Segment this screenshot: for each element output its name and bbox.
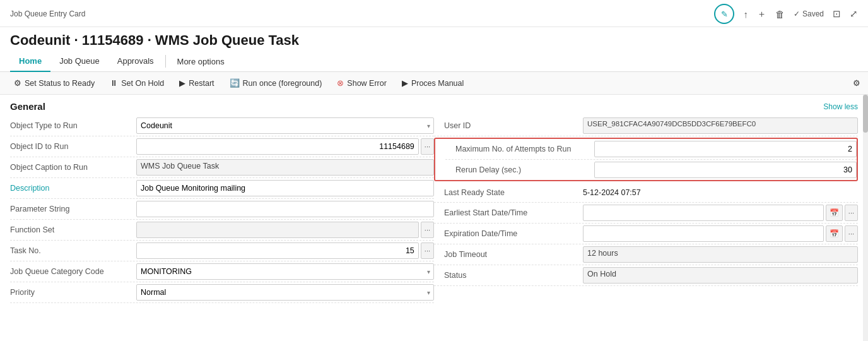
set-status-label: Set Status to Ready [25,79,95,88]
object-type-row: Object Type to Run Codeunit ▾ [10,116,434,136]
parameter-string-input[interactable] [136,201,434,217]
rerun-delay-input[interactable] [594,162,857,178]
red-border-group: Maximum No. of Attempts to Run Rerun Del… [434,138,858,181]
set-status-icon: ⚙ [14,78,21,88]
tab-bar: Home Job Queue Approvals More options [0,51,868,72]
window-title: Job Queue Entry Card [10,9,714,18]
object-caption-row: Object Caption to Run WMS Job Queue Task [10,157,434,178]
show-error-button[interactable]: ⊗ Show Error [331,76,393,90]
top-bar: Job Queue Entry Card ✎ ↑ ＋ 🗑 ✓ Saved ⊡ ⤢ [0,0,868,27]
job-timeout-label: Job Timeout [444,250,583,259]
delete-icon[interactable]: 🗑 [775,9,785,20]
process-manual-button[interactable]: ▶ Proces Manual [396,76,470,90]
expiration-more-btn[interactable]: ··· [845,225,858,242]
run-once-icon: 🔄 [230,78,240,88]
max-attempts-label: Maximum No. of Attempts to Run [455,145,594,153]
tab-home[interactable]: Home [10,51,50,72]
earliest-start-input[interactable] [583,205,824,221]
status-row: Status On Hold [434,265,858,286]
job-timeout-row: Job Timeout 12 hours [434,244,858,265]
description-input[interactable] [136,180,434,196]
page-title-bar: Codeunit · 11154689 · WMS Job Queue Task [0,27,868,51]
task-no-more-btn[interactable]: ··· [421,242,434,259]
add-icon[interactable]: ＋ [757,8,766,20]
on-hold-icon: ⏸ [110,78,118,88]
parameter-string-row: Parameter String [10,199,434,220]
tab-approvals[interactable]: Approvals [108,51,163,72]
user-id-label: User ID [444,121,583,130]
rerun-delay-label: Rerun Delay (sec.) [455,165,594,174]
expiration-row: Expiration Date/Time 📅 ··· [434,224,858,244]
expiration-wrap: 📅 ··· [583,225,858,242]
process-manual-label: Proces Manual [411,79,464,88]
description-row: Description [10,178,434,199]
collapse-icon[interactable]: ⤢ [850,8,858,20]
function-set-label: Function Set [10,225,136,234]
tab-job-queue[interactable]: Job Queue [50,51,108,72]
object-type-select-wrap: Codeunit ▾ [136,117,434,134]
show-error-icon: ⊗ [337,78,344,88]
form-grid: Object Type to Run Codeunit ▾ Object ID … [0,116,868,311]
share-icon[interactable]: ↑ [743,9,748,20]
show-less-link[interactable]: Show less [823,102,858,111]
task-no-input[interactable] [136,242,419,259]
restart-button[interactable]: ▶ Restart [173,76,220,90]
job-queue-category-row: Job Queue Category Code MONITORING ▾ [10,261,434,282]
set-status-ready-button[interactable]: ⚙ Set Status to Ready [8,76,101,90]
restart-icon: ▶ [179,78,185,88]
last-ready-label: Last Ready State [444,188,583,197]
expiration-label: Expiration Date/Time [444,229,583,238]
object-id-more-btn[interactable]: ··· [421,138,434,155]
on-hold-label: Set On Hold [121,79,164,88]
section-title: General [10,101,45,112]
app-window: Job Queue Entry Card ✎ ↑ ＋ 🗑 ✓ Saved ⊡ ⤢… [0,0,868,341]
job-queue-category-select[interactable]: MONITORING [136,263,434,280]
saved-label: Saved [802,9,824,18]
earliest-start-cal-btn[interactable]: 📅 [826,205,843,221]
show-error-label: Show Error [347,79,387,88]
task-no-wrap: ··· [136,242,434,259]
tab-more-options[interactable]: More options [168,52,233,71]
rerun-delay-row: Rerun Delay (sec.) [445,160,857,180]
earliest-start-more-btn[interactable]: ··· [845,205,858,221]
run-once-button[interactable]: 🔄 Run once (foreground) [223,76,329,90]
tab-separator [165,55,166,68]
main-content: General Show less Object Type to Run Cod… [0,95,868,341]
parameter-string-label: Parameter String [10,205,136,213]
priority-label: Priority [10,288,136,297]
object-id-input[interactable] [136,138,419,155]
check-icon: ✓ [794,9,800,18]
run-once-label: Run once (foreground) [243,79,322,88]
scrollbar-track [863,95,868,341]
user-id-row: User ID USER_981CFAC4A90749DCB5DD3CF6E79… [434,116,858,136]
restart-label: Restart [189,79,214,88]
function-set-more-btn[interactable]: ··· [421,222,434,238]
action-bar: ⚙ Set Status to Ready ⏸ Set On Hold ▶ Re… [0,72,868,95]
edit-icon[interactable]: ✎ [714,4,734,24]
set-on-hold-button[interactable]: ⏸ Set On Hold [103,76,170,90]
last-ready-row: Last Ready State 5-12-2024 07:57 [434,182,858,203]
job-timeout-value: 12 hours [583,246,858,263]
task-no-row: Task No. ··· [10,241,434,261]
expiration-cal-btn[interactable]: 📅 [826,225,843,242]
job-queue-category-label: Job Queue Category Code [10,267,136,276]
process-manual-icon: ▶ [402,78,408,88]
expand-icon[interactable]: ⊡ [833,8,841,20]
earliest-start-wrap: 📅 ··· [583,205,858,221]
object-type-select[interactable]: Codeunit [136,117,434,134]
function-set-row: Function Set ··· [10,220,434,241]
max-attempts-input[interactable] [594,141,857,157]
object-id-wrap: ··· [136,138,434,155]
max-attempts-row: Maximum No. of Attempts to Run [445,139,857,160]
settings-icon[interactable]: ⚙ [853,78,860,88]
earliest-start-label: Earliest Start Date/Time [444,208,583,217]
top-bar-icons: ✎ ↑ ＋ 🗑 ✓ Saved ⊡ ⤢ [714,4,858,24]
scrollbar-thumb[interactable] [863,95,868,133]
object-caption-value: WMS Job Queue Task [136,159,434,176]
last-ready-value: 5-12-2024 07:57 [583,188,858,197]
earliest-start-row: Earliest Start Date/Time 📅 ··· [434,203,858,224]
expiration-input[interactable] [583,225,824,242]
priority-select[interactable]: Normal [136,284,434,301]
function-set-value [136,222,419,238]
right-column: User ID USER_981CFAC4A90749DCB5DD3CF6E79… [434,116,858,303]
